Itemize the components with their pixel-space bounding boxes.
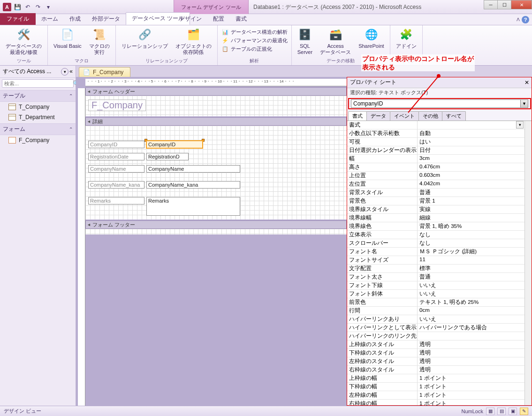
property-sheet-close-icon[interactable]: ✕ xyxy=(524,79,529,86)
section-detail[interactable]: 詳細 xyxy=(85,117,347,126)
property-row[interactable]: 高さ0.476cm xyxy=(347,163,524,172)
property-row[interactable]: 境界線幅細線 xyxy=(347,214,524,222)
property-row[interactable]: 境界線色背景 1, 暗め 35% xyxy=(347,222,524,231)
tab-format[interactable]: 書式 xyxy=(230,13,252,25)
nav-search[interactable]: 🔍 xyxy=(2,79,74,88)
tab-create[interactable]: 作成 xyxy=(64,13,86,25)
form-canvas[interactable]: ・・・1・・・2・・・3・・・4・・・5・・・6・・・7・・・8・・・9・・・1… xyxy=(76,77,347,406)
close-button[interactable]: ✕ xyxy=(511,0,532,9)
property-value[interactable]: はい xyxy=(418,138,524,146)
property-row[interactable]: 左枠線のスタイル透明 xyxy=(347,357,524,366)
textbox-remarks[interactable]: Remarks xyxy=(146,197,240,216)
property-value[interactable]: 普通 xyxy=(418,273,524,281)
property-row[interactable]: 上位置0.603cm xyxy=(347,172,524,180)
minimize-button[interactable]: ─ xyxy=(484,0,498,9)
view-form-button[interactable]: ▦ xyxy=(486,408,494,415)
property-row[interactable]: 小数点以下表示桁数自動 xyxy=(347,129,524,138)
label-registrationdate[interactable]: RegistrationDate xyxy=(88,153,144,160)
property-value[interactable]: 3cm xyxy=(418,155,524,163)
access-app-icon[interactable]: A xyxy=(3,3,11,11)
property-row[interactable]: 上枠線のスタイル透明 xyxy=(347,340,524,349)
redo-icon[interactable]: ↷ xyxy=(34,3,42,11)
object-dependencies-button[interactable]: 🗂️ オブジェクトの 依存関係 xyxy=(174,26,213,56)
property-value[interactable]: いいえ xyxy=(418,290,524,298)
qat-dropdown-icon[interactable]: ▾ xyxy=(44,3,53,11)
property-row[interactable]: フォント名ＭＳ Ｐゴシック (詳細) xyxy=(347,248,524,256)
property-scrollbar[interactable] xyxy=(524,121,532,406)
form-title-label[interactable]: F_Company xyxy=(88,99,146,111)
property-value[interactable]: テキスト 1, 明るめ 25% xyxy=(418,298,524,306)
relationships-button[interactable]: 🔗 リレーションシップ xyxy=(120,26,170,50)
property-row[interactable]: 背景色背景 1 xyxy=(347,197,524,205)
property-row[interactable]: 右枠線のスタイル透明 xyxy=(347,366,524,374)
tab-design[interactable]: デザイン xyxy=(174,13,207,25)
nav-filter-icon[interactable]: ▾ xyxy=(61,68,68,76)
property-row[interactable]: フォント太さ普通 xyxy=(347,273,524,281)
section-form-footer[interactable]: フォーム フッター xyxy=(85,220,347,229)
property-row[interactable]: ハイパーリンクとして表示ハイパーリンクである場合 xyxy=(347,324,524,332)
property-value[interactable]: 透明 xyxy=(418,340,524,348)
property-row[interactable]: 幅3cm xyxy=(347,155,524,163)
property-row[interactable]: 書式 xyxy=(347,121,524,129)
run-macro-button[interactable]: 📜 マクロの 実行 xyxy=(87,26,112,56)
form-detail-area[interactable]: CompanyID CompanyID RegistrationDate Reg… xyxy=(85,126,347,219)
property-value[interactable]: 4.042cm xyxy=(418,180,524,188)
property-grid[interactable]: 書式小数点以下表示桁数自動可視はい日付選択カレンダーの表示日付幅3cm高さ0.4… xyxy=(347,121,524,406)
property-row[interactable]: 日付選択カレンダーの表示日付 xyxy=(347,146,524,155)
property-value[interactable]: 1 ポイント xyxy=(418,391,524,399)
help-icon[interactable]: ? xyxy=(522,16,529,23)
sharepoint-button[interactable]: 🌐 SharePoint xyxy=(357,26,386,50)
property-value[interactable]: 11 xyxy=(418,256,524,264)
property-value[interactable]: ハイパーリンクである場合 xyxy=(418,324,524,332)
property-row[interactable]: 下枠線の幅1 ポイント xyxy=(347,383,524,391)
property-value[interactable]: 普通 xyxy=(418,189,524,197)
addins-button[interactable]: 🧩 アドイン xyxy=(394,26,418,50)
dropdown-icon[interactable]: ▼ xyxy=(520,100,528,107)
property-row[interactable]: 行間0cm xyxy=(347,307,524,315)
property-value[interactable]: 1 ポイント xyxy=(418,400,524,406)
property-value[interactable]: なし xyxy=(418,239,524,247)
visual-basic-button[interactable]: 📄 Visual Basic xyxy=(52,26,84,50)
nav-item-f-company[interactable]: F_Company xyxy=(0,135,76,145)
document-tab-f-company[interactable]: 📄 F_Company xyxy=(79,67,130,77)
property-row[interactable]: 境界線スタイル実線 xyxy=(347,205,524,214)
compact-repair-button[interactable]: 🛠️ データベースの 最適化/修復 xyxy=(4,26,44,56)
sql-server-button[interactable]: 🗄️ SQL Server xyxy=(296,26,314,56)
property-value[interactable]: 0.476cm xyxy=(418,163,524,171)
section-form-header[interactable]: フォーム ヘッダー xyxy=(85,87,347,96)
property-value[interactable]: 0.603cm xyxy=(418,172,524,180)
label-remarks[interactable]: Remarks xyxy=(88,197,144,204)
property-value[interactable]: 透明 xyxy=(418,357,524,365)
property-row[interactable]: 可視はい xyxy=(347,138,524,146)
nav-collapse-icon[interactable]: « xyxy=(69,68,73,76)
property-row[interactable]: ハイパーリンクのリンク先 xyxy=(347,332,524,340)
property-value[interactable]: 日付 xyxy=(418,146,524,154)
normalize-table-button[interactable]: 📋テーブルの正規化 xyxy=(221,45,288,53)
property-row[interactable]: フォントサイズ11 xyxy=(347,256,524,265)
property-value[interactable]: なし xyxy=(418,231,524,239)
property-value[interactable]: 背景 1 xyxy=(418,197,524,205)
property-value[interactable]: 実線 xyxy=(418,205,524,213)
property-value[interactable]: ＭＳ Ｐゴシック (詳細) xyxy=(418,248,524,256)
property-value[interactable]: いいえ xyxy=(418,281,524,289)
property-row[interactable]: 左枠線の幅1 ポイント xyxy=(347,391,524,400)
form-header-area[interactable]: F_Company xyxy=(85,96,347,116)
property-row[interactable]: 左位置4.042cm xyxy=(347,180,524,189)
textbox-companyname-kana[interactable]: CompanyName_kana xyxy=(146,181,240,189)
nav-category-tables[interactable]: テーブル ⌃ xyxy=(0,90,76,102)
property-row[interactable]: 前景色テキスト 1, 明るめ 25% xyxy=(347,298,524,307)
label-companyid[interactable]: CompanyID xyxy=(88,141,144,148)
analyze-structure-button[interactable]: 📊データベース構造の解析 xyxy=(221,28,288,36)
property-value[interactable]: 1 ポイント xyxy=(418,374,524,382)
property-row[interactable]: 背景スタイル普通 xyxy=(347,189,524,197)
minimize-ribbon-icon[interactable]: ᐱ xyxy=(517,17,520,22)
property-row[interactable]: 上枠線の幅1 ポイント xyxy=(347,374,524,383)
property-row[interactable]: 右枠線の幅1 ポイント xyxy=(347,400,524,406)
nav-category-forms[interactable]: フォーム ⌃ xyxy=(0,123,76,135)
property-value[interactable]: 自動 xyxy=(418,129,524,137)
property-tab-event[interactable]: イベント xyxy=(390,111,419,121)
view-layout-button[interactable]: ▣ xyxy=(509,408,517,415)
textbox-companyid[interactable]: CompanyID xyxy=(146,141,203,148)
property-tab-data[interactable]: データ xyxy=(366,111,390,121)
property-row[interactable]: 立体表示なし xyxy=(347,231,524,239)
